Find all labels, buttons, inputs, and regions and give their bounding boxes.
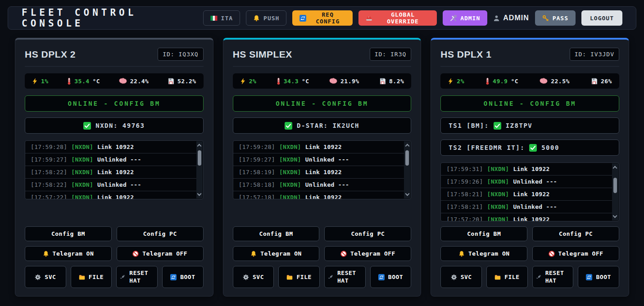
log-protocol-tag: [NXDN] <box>279 169 301 176</box>
logout-button[interactable]: LOGOUT <box>581 10 622 26</box>
log-timestamp: [17:58:22] <box>31 181 67 188</box>
cpu-stat: 22.5% <box>540 78 570 85</box>
bolt-icon <box>240 78 246 85</box>
config-bm-button[interactable]: Config BM <box>25 226 112 241</box>
reset-hat-button[interactable]: RESET HAT <box>116 266 158 288</box>
log-timestamp: [17:57:20] <box>446 216 483 221</box>
device-id-badge: ID: IQ3XQ <box>158 48 203 61</box>
config-pc-button[interactable]: Config PC <box>532 226 619 241</box>
config-bm-button[interactable]: Config BM <box>233 226 320 241</box>
header-actions: ITA PUSH REQ CONFIG GLOBAL OVERRIDE ADMI… <box>203 10 622 26</box>
log-message: Link 10922 <box>305 169 342 176</box>
thermometer-icon <box>67 77 71 85</box>
svc-button[interactable]: SVC <box>25 266 66 288</box>
log-scrollbar[interactable] <box>612 163 618 220</box>
log-protocol-tag: [NXDN] <box>487 216 509 221</box>
prohibited-icon <box>549 251 555 257</box>
ts2-label: TS2 [FREEDMR IT]: <box>449 144 525 151</box>
admin-badge-button[interactable]: ADMIN <box>443 10 487 26</box>
telegram-on-button[interactable]: Telegram ON <box>233 246 320 261</box>
brain-icon <box>329 78 337 84</box>
file-button[interactable]: FILE <box>71 266 112 288</box>
log-row: [17:59:27] [NXDN] Unlinked --- <box>25 153 196 166</box>
divider <box>25 66 204 67</box>
log-scrollbar[interactable] <box>404 141 410 198</box>
log-viewer[interactable]: [17:59:28] [NXDN] Link 10922 [17:59:27] … <box>233 140 412 199</box>
log-protocol-tag: [NXDN] <box>71 156 93 163</box>
file-button[interactable]: FILE <box>486 266 528 288</box>
device-title: HS DPLX 1 <box>440 49 491 60</box>
boot-button[interactable]: BOOT <box>578 266 619 288</box>
plug-icon <box>119 274 126 280</box>
device-card-grid: HS DPLX 2 ID: IQ3XQ 1% 35.4°C 22.4% 52.2… <box>0 30 644 297</box>
status-badge: ONLINE - CONFIG BM <box>25 95 204 112</box>
boot-button[interactable]: BOOT <box>162 266 204 288</box>
svc-button[interactable]: SVC <box>440 266 482 288</box>
svc-button[interactable]: SVC <box>233 266 274 288</box>
log-row: [17:59:26] [NXDN] Unlinked --- <box>441 176 612 188</box>
gear-icon <box>451 274 457 280</box>
reset-hat-button[interactable]: RESET HAT <box>532 266 574 288</box>
battery-stat: 2% <box>448 78 464 85</box>
check-icon <box>529 144 537 152</box>
pass-button[interactable]: PASS <box>535 10 576 26</box>
temperature-stat: 35.4°C <box>67 77 100 85</box>
config-bm-button[interactable]: Config BM <box>440 226 527 241</box>
ts1-status-row: TS1 [BM]: IZ8TPV <box>440 117 619 134</box>
log-viewer[interactable]: [17:59:31] [NXDN] Link 10922 [17:59:26] … <box>440 162 619 221</box>
temperature-stat: 49.9°C <box>485 77 518 85</box>
telegram-off-button[interactable]: Telegram OFF <box>532 246 619 261</box>
language-button[interactable]: ITA <box>203 10 240 26</box>
floppy-disk-icon <box>168 78 174 85</box>
log-timestamp: [17:59:31] <box>446 166 483 172</box>
spacer <box>25 199 204 221</box>
log-timestamp: [17:58:18] <box>239 181 275 188</box>
app-header: FLEET CONTROL CONSOLE ITA PUSH REQ CONFI… <box>8 6 636 30</box>
telegram-on-button[interactable]: Telegram ON <box>440 246 527 261</box>
device-card-hs-dplx-1: HS DPLX 1 ID: IV3JDV 2% 49.9°C 22.5% 26%… <box>431 38 629 297</box>
prohibited-icon <box>132 251 139 257</box>
reset-hat-button[interactable]: RESET HAT <box>324 266 366 288</box>
file-button[interactable]: FILE <box>278 266 320 288</box>
log-message: Unlinked --- <box>513 203 557 210</box>
scroll-up-icon[interactable] <box>405 144 409 148</box>
boot-button[interactable]: BOOT <box>370 266 412 288</box>
thermometer-icon <box>485 77 490 85</box>
scroll-down-icon[interactable] <box>613 214 617 218</box>
config-pc-button[interactable]: Config PC <box>117 226 204 241</box>
tools-icon <box>450 15 457 22</box>
scroll-down-icon[interactable] <box>405 192 409 196</box>
telegram-on-button[interactable]: Telegram ON <box>25 246 112 261</box>
bell-icon <box>253 15 260 22</box>
log-message: Unlinked --- <box>97 181 141 188</box>
scroll-up-icon[interactable] <box>613 166 617 171</box>
log-message: Link 10922 <box>305 194 342 199</box>
telegram-off-button[interactable]: Telegram OFF <box>324 246 411 261</box>
log-protocol-tag: [NXDN] <box>71 144 93 150</box>
log-viewer[interactable]: [17:59:28] [NXDN] Link 10922 [17:59:27] … <box>25 140 204 199</box>
push-button[interactable]: PUSH <box>246 10 286 26</box>
log-scrollbar[interactable] <box>196 141 203 198</box>
log-protocol-tag: [NXDN] <box>487 191 509 198</box>
log-protocol-tag: [NXDN] <box>71 169 93 176</box>
network-status-label: NXDN: 49763 <box>95 122 145 129</box>
floppy-disk-icon <box>379 78 386 85</box>
scrollbar-thumb[interactable] <box>613 178 617 193</box>
log-row: [17:58:22] [NXDN] Link 10922 <box>25 166 196 179</box>
telegram-off-button[interactable]: Telegram OFF <box>117 246 204 261</box>
log-timestamp: [17:59:26] <box>446 178 483 185</box>
scroll-down-icon[interactable] <box>197 192 202 196</box>
temperature-stat: 34.3°C <box>277 77 309 85</box>
req-config-button[interactable]: REQ CONFIG <box>292 10 353 26</box>
scrollbar-thumb[interactable] <box>198 150 201 166</box>
scrollbar-thumb[interactable] <box>405 150 409 166</box>
global-override-button[interactable]: GLOBAL OVERRIDE <box>358 10 437 26</box>
page-title: FLEET CONTROL CONSOLE <box>22 7 203 29</box>
network-status-row: NXDN: 49763 <box>25 117 204 134</box>
scroll-up-icon[interactable] <box>197 144 202 148</box>
sync-icon <box>378 274 385 280</box>
log-timestamp: [17:58:22] <box>31 169 67 176</box>
config-pc-button[interactable]: Config PC <box>324 226 411 241</box>
stats-bar: 2% 34.3°C 21.9% 8.2% <box>233 73 412 89</box>
bolt-icon <box>448 78 454 85</box>
